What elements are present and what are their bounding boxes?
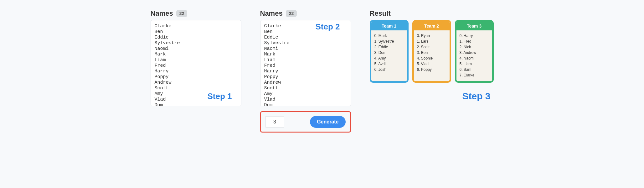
team-member: 7. Clarke <box>460 72 489 78</box>
team-member: 1. Fred <box>460 39 489 44</box>
panel-step-2: Names 22 Step 2 Generate <box>260 9 351 133</box>
panel-step-3: Result Team 1 0. Mark1. Sylvestre2. Eddi… <box>370 9 494 98</box>
team-card-2: Team 2 0. Ryan1. Lars2. Scott3. Ben4. So… <box>412 20 451 83</box>
team-member: 5. Vlad <box>417 61 446 67</box>
names-textarea-1[interactable] <box>151 20 241 106</box>
team-member: 3. Andrew <box>460 50 489 55</box>
team-member: 4. Amy <box>374 55 404 61</box>
team-member: 2. Nick <box>460 44 489 50</box>
names-textarea-2[interactable] <box>260 20 351 106</box>
step-3-label: Step 3 <box>462 91 490 102</box>
team-member: 0. Ryan <box>417 33 446 39</box>
team-3-header: Team 3 <box>456 22 492 30</box>
result-title: Result <box>370 9 391 18</box>
generate-button[interactable]: Generate <box>310 116 345 128</box>
team-member: 1. Sylvestre <box>374 39 404 44</box>
team-member: 4. Naomi <box>460 55 489 61</box>
names-title-1: Names <box>151 9 173 18</box>
team-2-header: Team 2 <box>414 22 450 30</box>
team-member: 1. Lars <box>417 39 446 44</box>
team-3-body: 0. Harry1. Fred2. Nick3. Andrew4. Naomi5… <box>456 30 492 81</box>
team-member: 3. Ben <box>417 50 446 55</box>
team-card-3: Team 3 0. Harry1. Fred2. Nick3. Andrew4.… <box>455 20 494 83</box>
team-member: 6. Josh <box>374 67 404 72</box>
team-member: 2. Scott <box>417 44 446 50</box>
team-member: 3. Dom <box>374 50 404 55</box>
team-member: 6. Sam <box>460 67 489 72</box>
controls-bar: Generate <box>260 111 351 133</box>
names-count-badge-1: 22 <box>176 10 188 17</box>
team-1-body: 0. Mark1. Sylvestre2. Eddie3. Dom4. Amy5… <box>371 30 407 76</box>
team-member: 0. Harry <box>460 33 489 39</box>
names-heading-2: Names 22 <box>260 9 351 18</box>
names-heading-1: Names 22 <box>151 9 241 18</box>
names-count-badge-2: 22 <box>286 10 297 17</box>
names-title-2: Names <box>260 9 283 18</box>
team-member: 6. Poppy <box>417 67 446 72</box>
team-member: 4. Sophie <box>417 55 446 61</box>
team-count-input[interactable] <box>265 116 284 128</box>
team-member: 5. Avril <box>374 61 404 67</box>
teams-row: Team 1 0. Mark1. Sylvestre2. Eddie3. Dom… <box>370 20 494 83</box>
team-2-body: 0. Ryan1. Lars2. Scott3. Ben4. Sophie5. … <box>414 30 450 76</box>
result-heading: Result <box>370 9 494 18</box>
team-member: 2. Eddie <box>374 44 404 50</box>
team-member: 0. Mark <box>374 33 404 39</box>
team-1-header: Team 1 <box>371 22 407 30</box>
team-card-1: Team 1 0. Mark1. Sylvestre2. Eddie3. Dom… <box>370 20 409 83</box>
team-member: 5. Liam <box>460 61 489 67</box>
panel-step-1: Names 22 Step 1 <box>151 9 241 107</box>
